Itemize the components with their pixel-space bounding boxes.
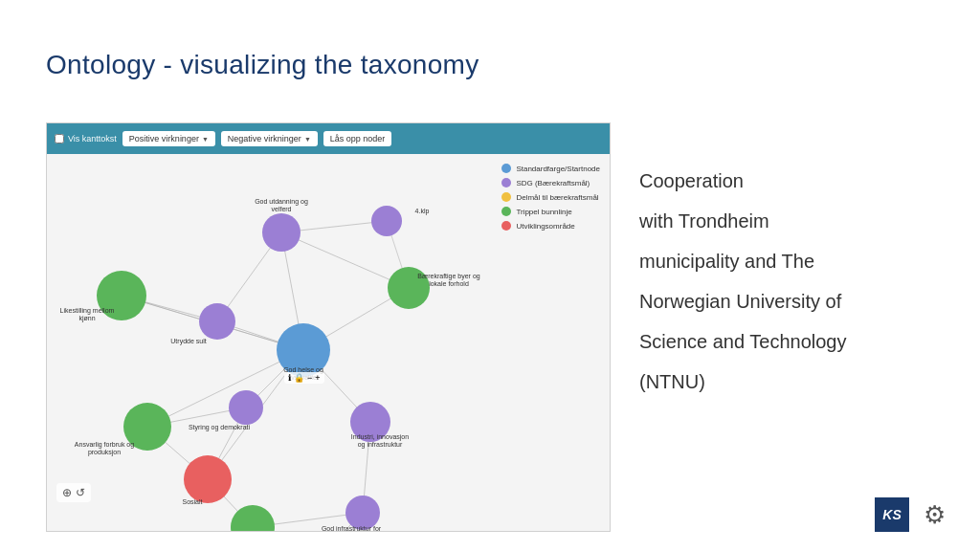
legend-label-delmal: Delmål til bærekraftsmål bbox=[516, 193, 598, 202]
legend-dot-delmal bbox=[501, 192, 511, 202]
zoom-icon: ⊕ bbox=[62, 486, 72, 499]
negative-btn-label: Negative virkninger bbox=[228, 134, 301, 143]
cooperation-line-3: municipality and The bbox=[639, 241, 926, 281]
node-label-styring: Styring og demokrati bbox=[186, 424, 253, 431]
bottom-logos: KS ⚙ bbox=[875, 497, 951, 532]
legend-dot-startnode bbox=[501, 164, 511, 173]
legend-item-sdg: SDG (Bærekraftsmål) bbox=[501, 178, 600, 187]
legend-label-startnode: Standardfarge/Startnode bbox=[516, 165, 600, 173]
node-god-utdanning[interactable] bbox=[262, 213, 301, 252]
node-label-god-utdanning: God utdanning og velferd bbox=[248, 198, 315, 214]
negative-btn[interactable]: Negative virkninger ▼ bbox=[221, 131, 318, 146]
node-baerekraftige[interactable] bbox=[388, 267, 430, 309]
node-label-ansvarlig: Ansvarlig forbruk og produksjon bbox=[71, 441, 138, 457]
lock-btn-label: Lås opp noder bbox=[330, 134, 386, 143]
viz-toolbar: Vis kanttokst Positive virkninger ▼ Nega… bbox=[47, 123, 610, 154]
node-ansvarlig[interactable] bbox=[123, 403, 171, 451]
positive-btn-label: Positive virkninger bbox=[129, 134, 199, 143]
legend-item-trippel: Trippel bunnlinje bbox=[501, 207, 600, 216]
legend-item-delmal: Delmål til bærekraftsmål bbox=[501, 192, 600, 202]
network-canvas: God utdanning og velferd 4.klp Likestill… bbox=[47, 154, 610, 531]
info-icon: ℹ bbox=[288, 373, 291, 383]
checkbox-input[interactable] bbox=[55, 134, 64, 143]
node-industri[interactable] bbox=[350, 402, 390, 442]
cooperation-text-block: Cooperation with Trondheim municipality … bbox=[639, 161, 926, 402]
ks-logo: KS bbox=[875, 497, 909, 532]
cooperation-line-5: Science and Technology bbox=[639, 321, 926, 362]
chevron-down-icon: ▼ bbox=[202, 136, 209, 143]
node-god-infrastruktur[interactable] bbox=[345, 496, 380, 530]
vis-kanttokst-checkbox[interactable]: Vis kanttokst bbox=[55, 134, 117, 143]
cooperation-line-1: Cooperation bbox=[639, 161, 926, 201]
positive-btn[interactable]: Positive virkninger ▼ bbox=[122, 131, 215, 146]
lock-btn[interactable]: Lås opp noder bbox=[323, 131, 392, 146]
node-utrydde-sult[interactable] bbox=[199, 303, 235, 340]
node-action-bar[interactable]: ℹ 🔒 − + bbox=[284, 372, 324, 384]
chevron-down-icon: ▼ bbox=[304, 136, 311, 143]
reset-icon: ↺ bbox=[76, 486, 85, 499]
ks-logo-text: KS bbox=[882, 507, 901, 522]
legend-dot-sdg bbox=[501, 178, 511, 187]
node-fredfullt[interactable] bbox=[231, 505, 275, 532]
page-title: Ontology - visualizing the taxonomy bbox=[46, 50, 479, 80]
legend-dot-utvikling bbox=[501, 221, 511, 231]
node-likestilling[interactable] bbox=[97, 271, 146, 320]
node-styring[interactable] bbox=[229, 390, 263, 425]
cooperation-line-4: Norwegian University of bbox=[639, 281, 926, 321]
legend-label-utvikling: Utviklingsområde bbox=[516, 222, 574, 231]
gear-logo: ⚙ bbox=[917, 497, 951, 532]
mini-toolbar: ⊕ ↺ bbox=[56, 483, 91, 502]
node-kllp[interactable] bbox=[371, 206, 402, 236]
legend-item-startnode: Standardfarge/Startnode bbox=[501, 164, 600, 173]
gear-icon: ⚙ bbox=[924, 500, 946, 530]
network-legend: Standardfarge/Startnode SDG (Bærekraftsm… bbox=[501, 164, 600, 235]
visualization-panel: Vis kanttokst Positive virkninger ▼ Nega… bbox=[46, 122, 611, 532]
legend-item-utvikling: Utviklingsområde bbox=[501, 221, 600, 231]
minus-icon: − bbox=[307, 373, 312, 383]
legend-label-trippel: Trippel bunnlinje bbox=[516, 208, 571, 216]
cooperation-line-6: (NTNU) bbox=[639, 362, 926, 402]
plus-icon: + bbox=[315, 373, 320, 383]
node-sosialt[interactable] bbox=[184, 455, 232, 503]
lock-icon: 🔒 bbox=[294, 373, 304, 383]
node-god-helse[interactable] bbox=[277, 323, 330, 377]
legend-label-sdg: SDG (Bærekraftsmål) bbox=[516, 179, 590, 187]
cooperation-line-2: with Trondheim bbox=[639, 201, 926, 241]
legend-dot-trippel bbox=[501, 207, 511, 216]
checkbox-label: Vis kanttokst bbox=[68, 134, 117, 143]
